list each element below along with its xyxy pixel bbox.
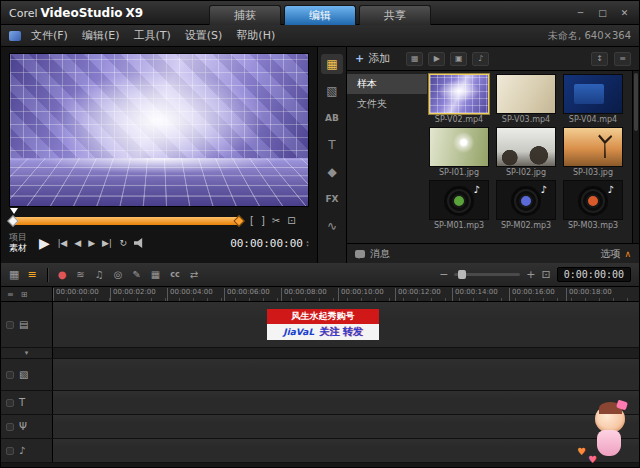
- sort-icon[interactable]: ↕: [591, 52, 608, 66]
- motion-path-icon[interactable]: ∿: [321, 216, 343, 236]
- timeline-view-icon[interactable]: ≡: [27, 268, 36, 281]
- track-manager-icon[interactable]: ≡: [7, 290, 14, 299]
- options-button[interactable]: 选项 ∧: [600, 247, 631, 261]
- zoom-out-button[interactable]: −: [439, 268, 448, 281]
- graphic-icon[interactable]: ◆: [321, 162, 343, 182]
- video-track-toggle[interactable]: [6, 321, 14, 329]
- home-button[interactable]: ∣◀: [57, 238, 66, 248]
- show-audio-icon[interactable]: ♪: [472, 52, 489, 66]
- auto-music-icon[interactable]: ♫: [95, 269, 104, 280]
- mosaic-floor: [9, 158, 309, 207]
- tab-edit[interactable]: 编辑: [284, 5, 356, 25]
- menu-help[interactable]: 帮助(H): [236, 28, 275, 43]
- overlay-track-lane[interactable]: [53, 359, 639, 390]
- voice-track-header[interactable]: Ψ: [1, 415, 53, 438]
- multi-camera-icon[interactable]: ▦: [151, 269, 160, 280]
- media-thumbnail[interactable]: [496, 180, 556, 220]
- prev-frame-button[interactable]: ◀: [74, 238, 80, 248]
- view-toggle-icons: ▦≡: [9, 268, 37, 281]
- music-track-toggle[interactable]: [6, 447, 14, 455]
- repeat-button[interactable]: ↻: [119, 238, 126, 248]
- media-thumbnail-label: SP-M02.mp3: [496, 221, 556, 230]
- library-item: SP-I02.jpg: [496, 127, 558, 177]
- library-scrollbar[interactable]: [632, 71, 639, 243]
- show-photos-icon[interactable]: ▣: [450, 52, 467, 66]
- menu-settings[interactable]: 设置(S): [185, 28, 223, 43]
- ruler-label: 00:00:06:00: [224, 288, 270, 301]
- filter-icon[interactable]: FX: [321, 189, 343, 209]
- titlebar: Corel VideoStudio X9 捕获编辑共享 ─□✕: [1, 1, 639, 25]
- timeline-ruler[interactable]: 00:00:00:0000:00:02:0000:00:04:0000:00:0…: [53, 287, 639, 302]
- media-thumbnail[interactable]: [496, 74, 556, 114]
- library-item: SP-I01.jpg: [429, 127, 491, 177]
- end-button[interactable]: ▶∣: [102, 238, 111, 248]
- overlay-track-toggle[interactable]: [6, 371, 14, 379]
- painting-creator-icon[interactable]: ✎: [132, 269, 140, 280]
- media-thumbnail[interactable]: [429, 180, 489, 220]
- music-track-lane[interactable]: [53, 439, 639, 462]
- zoom-slider[interactable]: [454, 273, 520, 276]
- play-button[interactable]: ▶: [39, 235, 49, 251]
- menu-edit[interactable]: 编辑(E): [82, 28, 120, 43]
- zoom-slider-thumb[interactable]: [458, 270, 466, 279]
- ruler-label: 00:00:00:00: [53, 288, 99, 301]
- media-icon[interactable]: ▦: [321, 54, 343, 74]
- show-videos-icon[interactable]: ▶: [428, 52, 445, 66]
- title-track-toggle[interactable]: [6, 399, 14, 407]
- folder-samples[interactable]: 样本: [347, 74, 427, 94]
- add-button[interactable]: + 添加: [355, 51, 390, 66]
- options-label: 选项: [600, 247, 620, 261]
- motion-tracking-icon[interactable]: ◎: [114, 269, 123, 280]
- mark-out-icon[interactable]: ]: [261, 215, 265, 226]
- library-item: SP-V03.mp4: [496, 74, 558, 124]
- sound-mixer-icon[interactable]: ≋: [76, 269, 84, 280]
- media-thumbnail[interactable]: [563, 180, 623, 220]
- library-panel: + 添加 ▦▶▣♪ ↕≡ 样本文件夹 SP-V02.mp4SP-V03.mp4S…: [347, 47, 639, 263]
- message-button[interactable]: 消息: [355, 247, 390, 261]
- fit-project-icon[interactable]: ⊡: [542, 268, 551, 281]
- media-thumbnail[interactable]: [429, 74, 489, 114]
- tab-capture[interactable]: 捕获: [209, 5, 281, 25]
- show-all-icon[interactable]: ▦: [406, 52, 423, 66]
- mode-clip[interactable]: 素材: [9, 243, 27, 254]
- trim-bar[interactable]: [11, 217, 241, 225]
- record-capture-icon[interactable]: ●: [58, 269, 67, 280]
- media-thumbnail[interactable]: [496, 127, 556, 167]
- voice-track-lane[interactable]: [53, 415, 639, 438]
- mode-project[interactable]: 项目: [9, 232, 27, 243]
- timecode-spinner[interactable]: ▴▾: [306, 239, 309, 247]
- music-track-header[interactable]: ♪: [1, 439, 53, 462]
- title-icon[interactable]: T: [321, 135, 343, 155]
- maximize-button[interactable]: □: [596, 8, 609, 18]
- tab-share[interactable]: 共享: [359, 5, 431, 25]
- scrollbar-thumb[interactable]: [634, 73, 638, 131]
- menu-tools[interactable]: 工具(T): [133, 28, 170, 43]
- video-track-header[interactable]: ▤: [1, 302, 53, 347]
- title-track-header[interactable]: T: [1, 391, 53, 414]
- folder-folder[interactable]: 文件夹: [347, 94, 427, 114]
- batch-convert-icon[interactable]: ⇄: [190, 269, 198, 280]
- transition-icon[interactable]: AB: [321, 108, 343, 128]
- storyboard-view-icon[interactable]: ▦: [9, 268, 19, 281]
- close-button[interactable]: ✕: [618, 8, 631, 18]
- trim-end-handle[interactable]: [233, 215, 244, 226]
- volume-icon[interactable]: [134, 238, 146, 248]
- menu-file[interactable]: 文件(F): [31, 28, 68, 43]
- instant-project-icon[interactable]: ▧: [321, 81, 343, 101]
- enlarge-icon[interactable]: ⊡: [287, 215, 295, 226]
- minimize-button[interactable]: ─: [574, 8, 587, 18]
- add-track-icon[interactable]: ⊞: [21, 290, 28, 299]
- overlay-track-header[interactable]: ▧: [1, 359, 53, 390]
- subtitle-editor-icon[interactable]: cc: [170, 270, 179, 279]
- media-thumbnail[interactable]: [429, 127, 489, 167]
- voice-track-toggle[interactable]: [6, 423, 14, 431]
- mark-in-icon[interactable]: [: [250, 215, 254, 226]
- track-collapse-header[interactable]: ▾: [1, 348, 53, 358]
- media-thumbnail[interactable]: [563, 74, 623, 114]
- view-options-icon[interactable]: ≡: [614, 52, 631, 66]
- split-icon[interactable]: ✂: [272, 215, 280, 226]
- zoom-in-button[interactable]: +: [526, 268, 535, 281]
- media-thumbnail[interactable]: [563, 127, 623, 167]
- title-track-lane[interactable]: [53, 391, 639, 414]
- next-frame-button[interactable]: ▶: [88, 238, 94, 248]
